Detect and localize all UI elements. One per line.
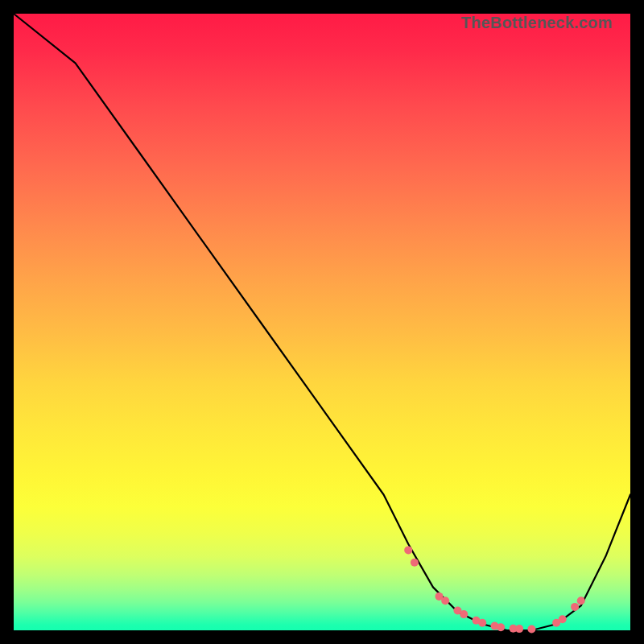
plot-area: TheBottleneck.com — [14, 14, 630, 630]
marker-dot — [515, 625, 523, 633]
marker-dot — [460, 610, 468, 618]
marker-dot — [497, 623, 505, 631]
marker-dot — [478, 619, 486, 627]
watermark-text: TheBottleneck.com — [461, 14, 613, 32]
marker-dot — [571, 603, 579, 611]
marker-dot — [577, 597, 585, 605]
marker-dot — [527, 625, 535, 634]
marker-dot — [441, 597, 449, 605]
chart-frame: TheBottleneck.com — [0, 0, 644, 644]
marker-dot — [404, 546, 412, 554]
chart-svg — [14, 14, 630, 630]
highlight-markers — [404, 546, 585, 633]
marker-dot — [411, 559, 419, 567]
marker-dot — [559, 615, 567, 623]
curve-line — [14, 14, 630, 630]
